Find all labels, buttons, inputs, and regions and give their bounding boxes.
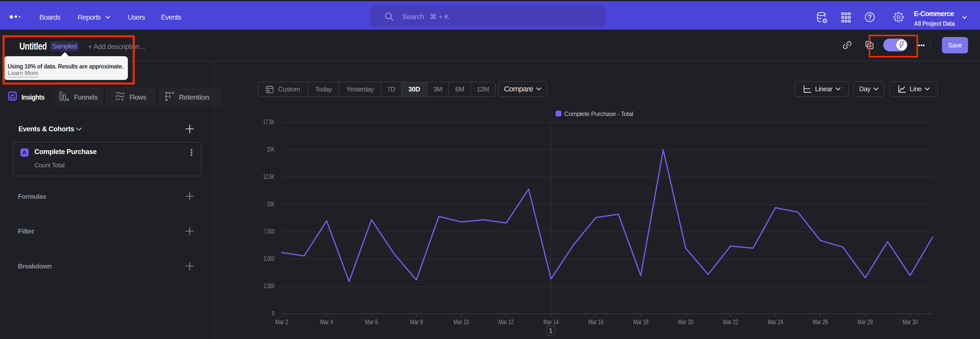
svg-text:Mar 10: Mar 10 <box>453 318 469 325</box>
svg-text:Mar 6: Mar 6 <box>365 318 378 325</box>
svg-text:Mar 4: Mar 4 <box>320 318 333 325</box>
svg-text:Mar 12: Mar 12 <box>498 318 514 325</box>
svg-text:12.5K: 12.5K <box>263 173 274 180</box>
svg-text:Mar 20: Mar 20 <box>678 318 694 325</box>
svg-text:Mar 8: Mar 8 <box>410 318 423 325</box>
svg-text:Mar 2: Mar 2 <box>275 318 288 325</box>
svg-text:7,500: 7,500 <box>264 228 274 235</box>
svg-text:Mar 22: Mar 22 <box>723 318 738 325</box>
svg-text:Mar 16: Mar 16 <box>588 318 604 325</box>
svg-text:Mar 26: Mar 26 <box>813 318 828 325</box>
svg-text:17.5K: 17.5K <box>263 118 274 125</box>
svg-text:Mar 18: Mar 18 <box>633 318 649 325</box>
svg-text:0: 0 <box>272 310 274 317</box>
svg-text:10K: 10K <box>267 200 274 208</box>
svg-text:Mar 28: Mar 28 <box>858 318 873 325</box>
svg-text:5,000: 5,000 <box>264 255 274 262</box>
svg-text:2,500: 2,500 <box>264 282 274 289</box>
svg-text:Mar 14: Mar 14 <box>543 318 558 325</box>
svg-text:Mar 24: Mar 24 <box>768 318 783 325</box>
svg-text:15K: 15K <box>267 146 274 153</box>
svg-text:Mar 30: Mar 30 <box>902 318 918 325</box>
